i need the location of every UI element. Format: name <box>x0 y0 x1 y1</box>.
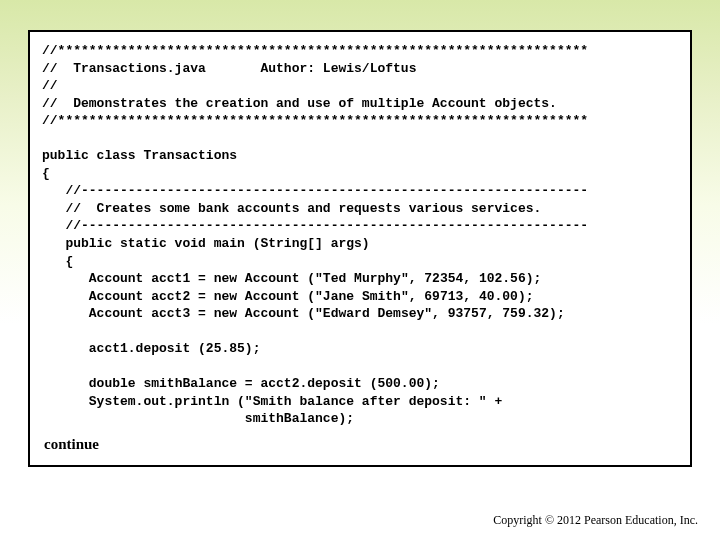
code-line: public static void main (String[] args) <box>42 236 370 251</box>
code-line: System.out.println ("Smith balance after… <box>42 394 502 409</box>
continue-label: continue <box>42 428 678 455</box>
keyword: double <box>42 376 143 391</box>
code-line: //**************************************… <box>42 43 588 58</box>
code-line: //--------------------------------------… <box>42 183 588 198</box>
keyword: new <box>214 271 245 286</box>
code-line: // Demonstrates the creation and use of … <box>42 96 557 111</box>
code-text: Account acct2 = <box>42 289 214 304</box>
keyword: public class <box>42 148 143 163</box>
code-line: public class Transactions <box>42 148 237 163</box>
keyword: new <box>214 289 245 304</box>
code-text: Account ("Jane Smith", 69713, 40.00); <box>245 289 534 304</box>
code-line: smithBalance); <box>42 411 354 426</box>
keyword: new <box>214 306 245 321</box>
code-line: Account acct2 = new Account ("Jane Smith… <box>42 289 534 304</box>
code-container: //**************************************… <box>28 30 692 467</box>
code-line: Account acct3 = new Account ("Edward Dem… <box>42 306 565 321</box>
code-line: acct1.deposit (25.85); <box>42 341 260 356</box>
code-line: Account acct1 = new Account ("Ted Murphy… <box>42 271 541 286</box>
code-text: Account ("Edward Demsey", 93757, 759.32)… <box>245 306 565 321</box>
code-line: { <box>42 254 73 269</box>
code-text: Account ("Ted Murphy", 72354, 102.56); <box>245 271 541 286</box>
keyword: public static void <box>42 236 214 251</box>
identifier: Transactions <box>143 148 237 163</box>
code-text: Account acct3 = <box>42 306 214 321</box>
code-line: // Creates some bank accounts and reques… <box>42 201 541 216</box>
code-line: { <box>42 166 50 181</box>
identifier: main (String[] args) <box>214 236 370 251</box>
code-line: //**************************************… <box>42 113 588 128</box>
code-block: //**************************************… <box>42 42 678 428</box>
copyright-text: Copyright © 2012 Pearson Education, Inc. <box>493 513 698 528</box>
code-line: // <box>42 78 58 93</box>
code-line: double smithBalance = acct2.deposit (500… <box>42 376 440 391</box>
code-line: // Transactions.java Author: Lewis/Loftu… <box>42 61 416 76</box>
code-line: //--------------------------------------… <box>42 218 588 233</box>
code-text: smithBalance = acct2.deposit (500.00); <box>143 376 439 391</box>
code-text: Account acct1 = <box>42 271 214 286</box>
